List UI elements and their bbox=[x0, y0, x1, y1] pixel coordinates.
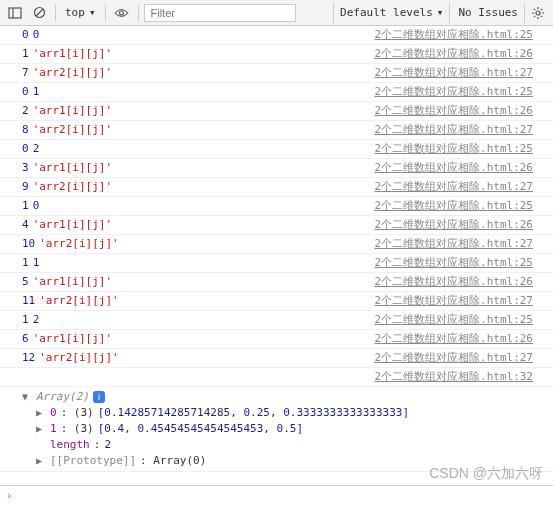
log-message: 8'arr2[i][j]' bbox=[22, 122, 112, 138]
caret-right-icon[interactable]: ▶ bbox=[36, 453, 46, 469]
log-row: 11'arr2[i][j]'2个二维数组对应相除.html:27 bbox=[0, 292, 553, 311]
source-link[interactable]: 2个二维数组对应相除.html:32 bbox=[374, 369, 533, 385]
source-link[interactable]: 2个二维数组对应相除.html:25 bbox=[374, 141, 533, 157]
log-row: 1'arr1[i][j]'2个二维数组对应相除.html:26 bbox=[0, 45, 553, 64]
log-message: 01 bbox=[22, 84, 39, 100]
source-link[interactable]: 2个二维数组对应相除.html:27 bbox=[374, 350, 533, 366]
log-row: 9'arr2[i][j]'2个二维数组对应相除.html:27 bbox=[0, 178, 553, 197]
log-row: 10'arr2[i][j]'2个二维数组对应相除.html:27 bbox=[0, 235, 553, 254]
log-message: 4'arr1[i][j]' bbox=[22, 217, 112, 233]
log-row: 012个二维数组对应相除.html:25 bbox=[0, 83, 553, 102]
log-row: 022个二维数组对应相除.html:25 bbox=[0, 140, 553, 159]
svg-line-3 bbox=[36, 9, 43, 16]
log-levels-selector[interactable]: Default levels ▾ bbox=[333, 3, 450, 23]
svg-rect-0 bbox=[9, 8, 21, 18]
log-row: 3'arr1[i][j]'2个二维数组对应相除.html:26 bbox=[0, 159, 553, 178]
clear-console-icon[interactable] bbox=[28, 2, 50, 24]
log-row: 6'arr1[i][j]'2个二维数组对应相除.html:26 bbox=[0, 330, 553, 349]
source-link[interactable]: 2个二维数组对应相除.html:26 bbox=[374, 46, 533, 62]
gear-icon[interactable] bbox=[527, 2, 549, 24]
log-message: 6'arr1[i][j]' bbox=[22, 331, 112, 347]
console-log-area: 002个二维数组对应相除.html:251'arr1[i][j]'2个二维数组对… bbox=[0, 26, 553, 485]
log-message: 1'arr1[i][j]' bbox=[22, 46, 112, 62]
source-link[interactable]: 2个二维数组对应相除.html:26 bbox=[374, 160, 533, 176]
log-message: 3'arr1[i][j]' bbox=[22, 160, 112, 176]
source-link[interactable]: 2个二维数组对应相除.html:27 bbox=[374, 179, 533, 195]
source-link[interactable]: 2个二维数组对应相除.html:25 bbox=[374, 198, 533, 214]
log-row: 7'arr2[i][j]'2个二维数组对应相除.html:27 bbox=[0, 64, 553, 83]
separator bbox=[55, 5, 56, 21]
log-row: 002个二维数组对应相除.html:25 bbox=[0, 26, 553, 45]
log-row: 4'arr1[i][j]'2个二维数组对应相除.html:26 bbox=[0, 216, 553, 235]
prototype-key: [[Prototype]] bbox=[50, 453, 136, 469]
chevron-right-icon: › bbox=[6, 489, 13, 502]
log-message: 11 bbox=[22, 255, 39, 271]
info-icon[interactable]: i bbox=[93, 391, 105, 403]
source-link[interactable]: 2个二维数组对应相除.html:27 bbox=[374, 122, 533, 138]
log-row: 5'arr1[i][j]'2个二维数组对应相除.html:26 bbox=[0, 273, 553, 292]
log-message: 10'arr2[i][j]' bbox=[22, 236, 119, 252]
separator bbox=[138, 5, 139, 21]
caret-right-icon[interactable]: ▶ bbox=[36, 405, 46, 421]
svg-point-5 bbox=[536, 11, 540, 15]
array-object: ▼Array(2) i▶0: (3) [0.14285714285714285,… bbox=[0, 387, 553, 472]
chevron-down-icon: ▾ bbox=[437, 6, 444, 19]
log-row: 122个二维数组对应相除.html:25 bbox=[0, 311, 553, 330]
levels-label: Default levels bbox=[340, 6, 433, 19]
length-key: length bbox=[50, 437, 90, 453]
array-values: [0.4, 0.45454545454545453, 0.5] bbox=[98, 421, 303, 437]
caret-right-icon[interactable]: ▶ bbox=[36, 421, 46, 437]
console-prompt[interactable]: › bbox=[0, 485, 553, 505]
log-message: 10 bbox=[22, 198, 39, 214]
caret-down-icon[interactable]: ▼ bbox=[22, 389, 32, 405]
log-message: 12 bbox=[22, 312, 39, 328]
array-values: [0.14285714285714285, 0.25, 0.3333333333… bbox=[98, 405, 409, 421]
eye-icon[interactable] bbox=[111, 2, 133, 24]
chevron-down-icon: ▾ bbox=[89, 6, 96, 19]
log-message: 02 bbox=[22, 141, 39, 157]
log-row: 2个二维数组对应相除.html:32 bbox=[0, 368, 553, 387]
svg-point-4 bbox=[120, 11, 124, 15]
log-row: 12'arr2[i][j]'2个二维数组对应相除.html:27 bbox=[0, 349, 553, 368]
array-key: 1 bbox=[50, 421, 57, 437]
log-row: 112个二维数组对应相除.html:25 bbox=[0, 254, 553, 273]
source-link[interactable]: 2个二维数组对应相除.html:25 bbox=[374, 255, 533, 271]
context-selector[interactable]: top ▾ bbox=[61, 4, 100, 21]
log-message: 00 bbox=[22, 27, 39, 43]
log-row: 8'arr2[i][j]'2个二维数组对应相除.html:27 bbox=[0, 121, 553, 140]
source-link[interactable]: 2个二维数组对应相除.html:27 bbox=[374, 65, 533, 81]
log-message: 11'arr2[i][j]' bbox=[22, 293, 119, 309]
issues-button[interactable]: No Issues bbox=[452, 3, 525, 23]
context-label: top bbox=[65, 6, 85, 19]
log-row: 102个二维数组对应相除.html:25 bbox=[0, 197, 553, 216]
source-link[interactable]: 2个二维数组对应相除.html:27 bbox=[374, 293, 533, 309]
source-link[interactable]: 2个二维数组对应相除.html:26 bbox=[374, 103, 533, 119]
log-message: 12'arr2[i][j]' bbox=[22, 350, 119, 366]
log-message: 2'arr1[i][j]' bbox=[22, 103, 112, 119]
log-message: 7'arr2[i][j]' bbox=[22, 65, 112, 81]
source-link[interactable]: 2个二维数组对应相除.html:25 bbox=[374, 27, 533, 43]
separator bbox=[105, 5, 106, 21]
source-link[interactable]: 2个二维数组对应相除.html:25 bbox=[374, 312, 533, 328]
console-toolbar: top ▾ Default levels ▾ No Issues bbox=[0, 0, 553, 26]
source-link[interactable]: 2个二维数组对应相除.html:26 bbox=[374, 274, 533, 290]
length-value: 2 bbox=[104, 437, 111, 453]
log-message: 5'arr1[i][j]' bbox=[22, 274, 112, 290]
array-header: Array(2) bbox=[36, 389, 89, 405]
array-key: 0 bbox=[50, 405, 57, 421]
source-link[interactable]: 2个二维数组对应相除.html:27 bbox=[374, 236, 533, 252]
source-link[interactable]: 2个二维数组对应相除.html:25 bbox=[374, 84, 533, 100]
filter-input[interactable] bbox=[144, 4, 296, 22]
toggle-sidebar-icon[interactable] bbox=[4, 2, 26, 24]
log-row: 2'arr1[i][j]'2个二维数组对应相除.html:26 bbox=[0, 102, 553, 121]
source-link[interactable]: 2个二维数组对应相除.html:26 bbox=[374, 217, 533, 233]
log-message: 9'arr2[i][j]' bbox=[22, 179, 112, 195]
source-link[interactable]: 2个二维数组对应相除.html:26 bbox=[374, 331, 533, 347]
